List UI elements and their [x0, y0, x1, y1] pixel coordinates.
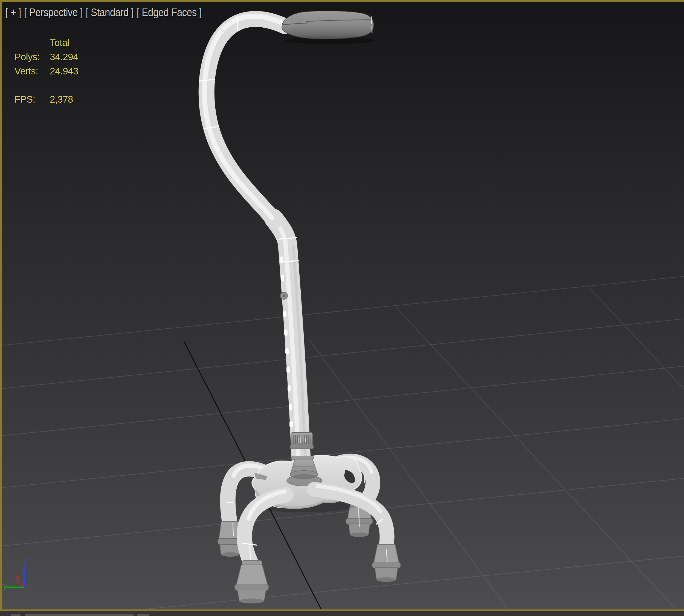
- viewport-general-menu[interactable]: [ + ]: [5, 6, 21, 19]
- viewport-perview-menu[interactable]: [ Edged Faces ]: [137, 6, 202, 19]
- trackbar-partial-widget[interactable]: [11, 614, 21, 616]
- stats-fps-row: FPS: 2,378: [15, 92, 78, 107]
- trackbar-partial-widget[interactable]: [25, 614, 133, 616]
- viewport-label: [ + ][ Perspective ][ Standard ][ Edged …: [5, 6, 205, 19]
- fps-value: 2,378: [50, 92, 78, 107]
- cane-handle-grip: [282, 11, 375, 44]
- verts-value: 24.943: [50, 64, 78, 78]
- viewport-canvas[interactable]: Z y X: [2, 2, 684, 610]
- x-axis-label: X: [15, 574, 20, 582]
- viewport-background: [2, 2, 684, 610]
- stats-total-header: Total: [50, 36, 78, 50]
- cane-foot-front-right: [372, 545, 400, 582]
- bottom-ui-strip: [0, 611, 684, 616]
- viewport-shading-menu[interactable]: [ Standard ]: [86, 6, 134, 19]
- polys-label: Polys:: [15, 50, 50, 64]
- perspective-viewport[interactable]: Z y X [ + ][ Perspective ][ Standard ][ …: [0, 0, 684, 611]
- stats-spacer: [15, 36, 50, 50]
- polys-value: 34.294: [50, 50, 78, 64]
- stats-verts-row: Verts: 24.943: [15, 64, 78, 78]
- trackbar-partial-widget[interactable]: [137, 614, 149, 616]
- max-3d-app-screen: Z y X [ + ][ Perspective ][ Standard ][ …: [0, 0, 684, 616]
- viewport-statistics: Total Polys: 34.294 Verts: 24.943 FPS: 2…: [15, 36, 78, 107]
- y-axis-label: y: [3, 582, 7, 591]
- viewport-pov-menu[interactable]: [ Perspective ]: [24, 6, 83, 19]
- stats-header-row: Total: [15, 36, 78, 50]
- fps-label: FPS:: [15, 92, 50, 107]
- stats-polys-row: Polys: 34.294: [15, 50, 78, 64]
- height-adjust-collar: [290, 432, 313, 449]
- verts-label: Verts:: [15, 64, 50, 78]
- z-axis-label: Z: [23, 557, 28, 566]
